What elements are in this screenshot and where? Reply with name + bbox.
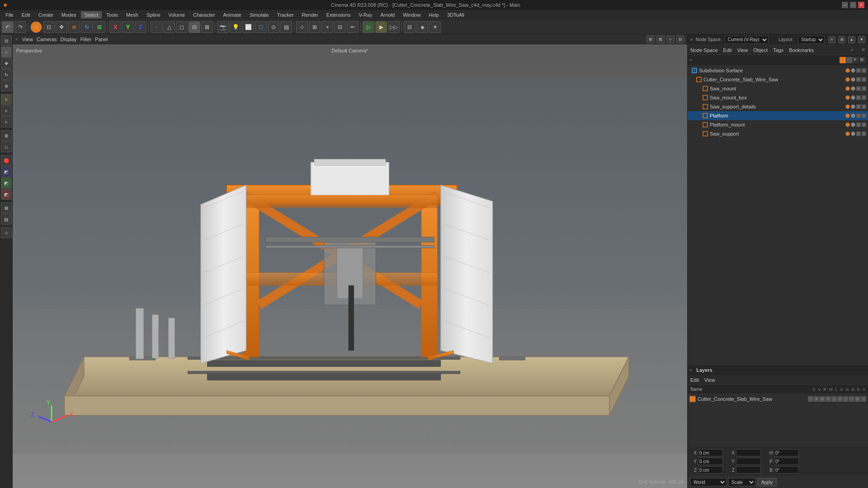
viewport-menu-toggle[interactable]: ≡ [15, 37, 18, 42]
left-tool-move[interactable]: ✥ [1, 58, 12, 69]
menu-tracker[interactable]: Tracker [274, 11, 297, 19]
dot-grey-ss[interactable] [851, 131, 855, 136]
dot-grey-pm[interactable] [851, 122, 855, 127]
tree-item-saw-support[interactable]: Saw_support [688, 129, 868, 138]
dot-grey-platform[interactable] [851, 113, 855, 118]
coord-y-pos[interactable] [698, 458, 723, 465]
left-tool-mat2[interactable]: ◩ [1, 178, 12, 188]
obj-tab-object[interactable]: Object [753, 47, 768, 53]
menu-modes[interactable]: Modes [58, 11, 80, 19]
tool-render-region[interactable]: ▷ [363, 21, 374, 33]
minimize-button[interactable]: ─ [842, 2, 848, 8]
tag-platform-2[interactable] [862, 113, 866, 118]
obj-tb-copy[interactable]: ⊞ [860, 57, 866, 63]
obj-tab-tags[interactable]: Tags [773, 47, 783, 53]
tool-transform[interactable]: ⊞ [94, 21, 105, 33]
coord-mode-select[interactable]: Scale Absolute [728, 478, 755, 486]
viewport-nav-4[interactable]: ⊟ [676, 35, 684, 43]
obj-tab-view[interactable]: View [737, 47, 748, 53]
maximize-button[interactable]: □ [850, 2, 856, 8]
left-tool-texture-proj[interactable]: ⊠ [1, 202, 12, 213]
menu-vray[interactable]: V-Ray [355, 11, 376, 19]
menu-character[interactable]: Character [189, 11, 218, 19]
tag-ss-2[interactable] [862, 131, 866, 136]
viewport[interactable]: ≡ View Cameras Display Filter Panel ⊞ ⊠ … [13, 34, 687, 488]
tool-object[interactable]: ⊟ [189, 21, 200, 33]
tree-item-platform-mount[interactable]: Platform_mount [688, 120, 868, 129]
viewport-menu-display[interactable]: Display [61, 37, 77, 42]
layer-row-cutter[interactable]: Cutter_Concrete_Slab_Wire_Saw ☉ 👁 ⊞ ⊙ ▷ … [688, 394, 868, 404]
layer-icon-a[interactable]: ⊟ [837, 396, 843, 402]
tool-grid[interactable]: ⊞ [309, 21, 321, 33]
dot-orange-pm[interactable] [845, 122, 850, 127]
layer-icon-x[interactable]: ✕ [861, 396, 866, 402]
menu-window[interactable]: Window [399, 11, 424, 19]
left-tool-object-mode[interactable]: ⊟ [1, 35, 12, 46]
menu-volume[interactable]: Volume [165, 11, 189, 19]
obj-tb-delete[interactable]: ✕ [853, 57, 859, 63]
layer-icon-s[interactable]: ☉ [808, 396, 813, 402]
tool-render-active[interactable]: ▶ [375, 21, 387, 33]
tree-item-cutter[interactable]: Cutter_Concrete_Slab_Wire_Saw [688, 75, 868, 84]
tree-item-subdivision-surface[interactable]: Subdivision Surface [688, 66, 868, 75]
tool-autosnap[interactable]: ⌖ [321, 21, 333, 33]
dot-orange-cutter[interactable] [845, 77, 850, 82]
left-tool-knife[interactable]: ◇ [1, 141, 12, 152]
tool-undo[interactable]: ↶ [2, 21, 14, 33]
tag-ssd-1[interactable] [856, 104, 861, 109]
tool-rotate[interactable]: ↻ [81, 21, 93, 33]
left-tool-mat3[interactable]: ◩ [1, 189, 12, 200]
tag-pm-2[interactable] [862, 122, 866, 127]
tool-x-axis[interactable]: X [109, 21, 121, 33]
tool-lights-toggle[interactable]: ☀ [429, 21, 441, 33]
tool-points[interactable]: · [151, 21, 162, 33]
tag-smb-2[interactable] [862, 95, 866, 100]
menu-3dtoall[interactable]: 3DToAll [443, 11, 468, 19]
left-tool-paint[interactable]: 🔴 [1, 155, 12, 166]
tree-item-saw-mount-box[interactable]: Saw_mount_box [688, 93, 868, 102]
close-button[interactable]: ✕ [858, 2, 864, 8]
menu-select[interactable]: Select [81, 11, 102, 19]
apply-button[interactable]: Apply [757, 478, 777, 486]
menu-arnold[interactable]: Arnold [377, 11, 398, 19]
dot-orange-ssd[interactable] [845, 104, 850, 109]
tree-item-platform[interactable]: Platform [688, 111, 868, 120]
layer-icon-g[interactable]: ⊹ [843, 396, 849, 402]
viewport-menu-filter[interactable]: Filter [80, 37, 91, 42]
tool-paint[interactable]: ✏ [347, 21, 359, 33]
coord-b[interactable] [774, 466, 799, 474]
obj-panel-toggle[interactable]: ≡ [689, 58, 692, 62]
coord-z-pos[interactable] [698, 466, 723, 474]
layer-icon-d[interactable]: ◇ [849, 396, 854, 402]
tool-scale[interactable]: ⊕ [68, 21, 80, 33]
coord-x-pos[interactable] [698, 449, 723, 456]
layout-btn-3[interactable]: ▲ [848, 36, 855, 43]
obj-tab-bookmarks[interactable]: Bookmarks [789, 47, 814, 53]
dot-orange-platform[interactable] [845, 113, 850, 118]
left-tool-2[interactable]: S [1, 105, 12, 116]
layer-icon-l[interactable]: ▷ [831, 396, 837, 402]
tool-env[interactable]: ⊙ [268, 21, 279, 33]
layout-btn-2[interactable]: ⊞ [838, 36, 845, 43]
menu-simulate[interactable]: Simulate [246, 11, 273, 19]
tool-rect-selection[interactable]: ⊡ [43, 21, 55, 33]
layout-btn-4[interactable]: ▼ [858, 36, 865, 43]
tool-render-all[interactable]: ▷▷ [388, 21, 400, 33]
obj-tb-grey[interactable] [846, 57, 853, 63]
menu-help[interactable]: Help [425, 11, 443, 19]
menu-create[interactable]: Create [35, 11, 57, 19]
tag-ss-1[interactable] [856, 131, 861, 136]
dot-grey-ssd[interactable] [851, 104, 855, 109]
coord-z-size[interactable] [736, 466, 761, 474]
dot-grey-cutter[interactable] [851, 77, 855, 82]
tag-platform-1[interactable] [856, 113, 861, 118]
tag-ssd-2[interactable] [862, 104, 866, 109]
node-space-select[interactable]: Current (V-Ray) [725, 36, 769, 44]
layers-edit[interactable]: Edit [690, 377, 699, 383]
tree-item-saw-mount[interactable]: Saw_mount [688, 84, 868, 93]
coord-h[interactable] [774, 449, 799, 456]
menu-animate[interactable]: Animate [220, 11, 245, 19]
viewport-nav-3[interactable]: ⊹ [666, 35, 675, 43]
tool-snap[interactable]: ⊹ [296, 21, 308, 33]
tag-cutter-2[interactable] [862, 77, 866, 82]
